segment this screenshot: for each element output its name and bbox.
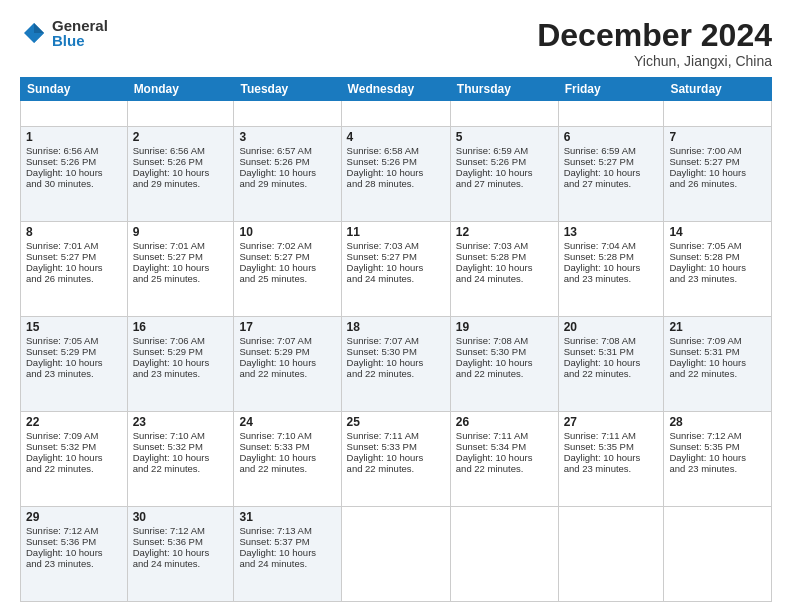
calendar-cell: 2Sunrise: 6:56 AMSunset: 5:26 PMDaylight… <box>127 127 234 222</box>
calendar-cell: 20Sunrise: 7:08 AMSunset: 5:31 PMDayligh… <box>558 317 664 412</box>
day-number: 13 <box>564 225 659 239</box>
daylight-minutes-text: and 22 minutes. <box>347 463 415 474</box>
sunrise-text: Sunrise: 7:12 AM <box>26 525 98 536</box>
sunset-text: Sunset: 5:26 PM <box>26 156 96 167</box>
sunrise-text: Sunrise: 6:59 AM <box>564 145 636 156</box>
daylight-minutes-text: and 23 minutes. <box>669 273 737 284</box>
day-number: 22 <box>26 415 122 429</box>
days-header-row: SundayMondayTuesdayWednesdayThursdayFrid… <box>21 78 772 101</box>
day-number: 5 <box>456 130 553 144</box>
svg-marker-2 <box>34 33 44 43</box>
sunrise-text: Sunrise: 6:59 AM <box>456 145 528 156</box>
calendar-cell: 16Sunrise: 7:06 AMSunset: 5:29 PMDayligh… <box>127 317 234 412</box>
sunrise-text: Sunrise: 7:09 AM <box>26 430 98 441</box>
day-number: 26 <box>456 415 553 429</box>
calendar-cell: 19Sunrise: 7:08 AMSunset: 5:30 PMDayligh… <box>450 317 558 412</box>
daylight-minutes-text: and 24 minutes. <box>133 558 201 569</box>
sunrise-text: Sunrise: 7:03 AM <box>456 240 528 251</box>
sunrise-text: Sunrise: 7:03 AM <box>347 240 419 251</box>
location: Yichun, Jiangxi, China <box>537 53 772 69</box>
sunset-text: Sunset: 5:26 PM <box>239 156 309 167</box>
sunrise-text: Sunrise: 7:05 AM <box>26 335 98 346</box>
daylight-text: Daylight: 10 hours <box>239 547 316 558</box>
calendar-cell: 15Sunrise: 7:05 AMSunset: 5:29 PMDayligh… <box>21 317 128 412</box>
sunrise-text: Sunrise: 7:07 AM <box>239 335 311 346</box>
sunset-text: Sunset: 5:27 PM <box>564 156 634 167</box>
daylight-text: Daylight: 10 hours <box>347 262 424 273</box>
day-number: 31 <box>239 510 335 524</box>
sunrise-text: Sunrise: 7:08 AM <box>564 335 636 346</box>
day-number: 4 <box>347 130 445 144</box>
sunrise-text: Sunrise: 7:12 AM <box>133 525 205 536</box>
sunset-text: Sunset: 5:37 PM <box>239 536 309 547</box>
calendar-week-6: 29Sunrise: 7:12 AMSunset: 5:36 PMDayligh… <box>21 506 772 601</box>
calendar-cell: 18Sunrise: 7:07 AMSunset: 5:30 PMDayligh… <box>341 317 450 412</box>
day-number: 6 <box>564 130 659 144</box>
daylight-text: Daylight: 10 hours <box>669 357 746 368</box>
daylight-text: Daylight: 10 hours <box>133 167 210 178</box>
daylight-text: Daylight: 10 hours <box>669 167 746 178</box>
day-number: 20 <box>564 320 659 334</box>
day-number: 9 <box>133 225 229 239</box>
calendar-cell: 9Sunrise: 7:01 AMSunset: 5:27 PMDaylight… <box>127 222 234 317</box>
calendar-week-3: 8Sunrise: 7:01 AMSunset: 5:27 PMDaylight… <box>21 222 772 317</box>
daylight-text: Daylight: 10 hours <box>456 357 533 368</box>
sunset-text: Sunset: 5:28 PM <box>564 251 634 262</box>
day-number: 17 <box>239 320 335 334</box>
sunset-text: Sunset: 5:36 PM <box>26 536 96 547</box>
calendar-cell <box>127 101 234 127</box>
daylight-text: Daylight: 10 hours <box>239 167 316 178</box>
day-header-friday: Friday <box>558 78 664 101</box>
title-block: December 2024 Yichun, Jiangxi, China <box>537 18 772 69</box>
day-number: 19 <box>456 320 553 334</box>
daylight-minutes-text: and 22 minutes. <box>669 368 737 379</box>
calendar-cell: 17Sunrise: 7:07 AMSunset: 5:29 PMDayligh… <box>234 317 341 412</box>
sunset-text: Sunset: 5:35 PM <box>564 441 634 452</box>
daylight-minutes-text: and 22 minutes. <box>456 463 524 474</box>
daylight-text: Daylight: 10 hours <box>347 452 424 463</box>
header: General Blue December 2024 Yichun, Jiang… <box>20 18 772 69</box>
calendar-cell <box>664 506 772 601</box>
sunrise-text: Sunrise: 7:11 AM <box>456 430 528 441</box>
daylight-minutes-text: and 23 minutes. <box>564 273 632 284</box>
sunrise-text: Sunrise: 7:05 AM <box>669 240 741 251</box>
day-number: 7 <box>669 130 766 144</box>
sunset-text: Sunset: 5:31 PM <box>669 346 739 357</box>
daylight-text: Daylight: 10 hours <box>26 262 103 273</box>
daylight-text: Daylight: 10 hours <box>239 452 316 463</box>
sunrise-text: Sunrise: 7:04 AM <box>564 240 636 251</box>
calendar-cell: 27Sunrise: 7:11 AMSunset: 5:35 PMDayligh… <box>558 411 664 506</box>
sunset-text: Sunset: 5:29 PM <box>26 346 96 357</box>
sunset-text: Sunset: 5:28 PM <box>456 251 526 262</box>
day-number: 24 <box>239 415 335 429</box>
sunset-text: Sunset: 5:27 PM <box>26 251 96 262</box>
calendar-cell: 23Sunrise: 7:10 AMSunset: 5:32 PMDayligh… <box>127 411 234 506</box>
day-number: 18 <box>347 320 445 334</box>
sunrise-text: Sunrise: 7:06 AM <box>133 335 205 346</box>
sunset-text: Sunset: 5:30 PM <box>347 346 417 357</box>
sunset-text: Sunset: 5:26 PM <box>347 156 417 167</box>
day-number: 25 <box>347 415 445 429</box>
daylight-minutes-text: and 30 minutes. <box>26 178 94 189</box>
daylight-text: Daylight: 10 hours <box>669 452 746 463</box>
daylight-text: Daylight: 10 hours <box>347 357 424 368</box>
calendar-week-4: 15Sunrise: 7:05 AMSunset: 5:29 PMDayligh… <box>21 317 772 412</box>
daylight-minutes-text: and 28 minutes. <box>347 178 415 189</box>
daylight-text: Daylight: 10 hours <box>456 167 533 178</box>
day-number: 16 <box>133 320 229 334</box>
daylight-minutes-text: and 29 minutes. <box>133 178 201 189</box>
day-number: 12 <box>456 225 553 239</box>
sunset-text: Sunset: 5:35 PM <box>669 441 739 452</box>
daylight-minutes-text: and 24 minutes. <box>347 273 415 284</box>
daylight-minutes-text: and 29 minutes. <box>239 178 307 189</box>
day-number: 14 <box>669 225 766 239</box>
daylight-text: Daylight: 10 hours <box>564 167 641 178</box>
sunrise-text: Sunrise: 7:02 AM <box>239 240 311 251</box>
sunrise-text: Sunrise: 6:56 AM <box>133 145 205 156</box>
sunset-text: Sunset: 5:26 PM <box>456 156 526 167</box>
calendar-table: SundayMondayTuesdayWednesdayThursdayFrid… <box>20 77 772 602</box>
daylight-minutes-text: and 23 minutes. <box>669 463 737 474</box>
day-number: 2 <box>133 130 229 144</box>
sunrise-text: Sunrise: 7:10 AM <box>239 430 311 441</box>
daylight-text: Daylight: 10 hours <box>456 262 533 273</box>
